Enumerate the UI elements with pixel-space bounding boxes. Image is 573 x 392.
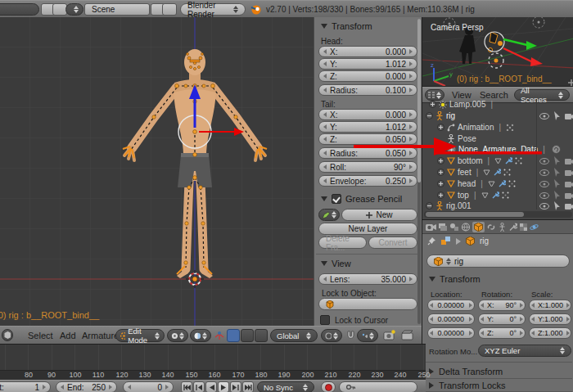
keying-set-field[interactable] xyxy=(339,381,417,392)
shading-select[interactable] xyxy=(190,329,211,342)
tab-render-icon[interactable] xyxy=(426,223,436,232)
frame-end-field[interactable]: End: 250 xyxy=(56,381,117,392)
frame-start-field[interactable]: Start: 1 xyxy=(0,381,51,392)
expand-plus-icon[interactable] xyxy=(437,169,444,176)
current-frame-field[interactable]: 0 xyxy=(123,381,174,392)
play-button[interactable] xyxy=(218,381,229,392)
editor-type-button[interactable] xyxy=(2,329,13,341)
tab-physics-icon[interactable] xyxy=(530,223,539,232)
jump-to-start-button[interactable] xyxy=(181,381,192,392)
tail-radius-field[interactable]: Radius:0.050 xyxy=(318,147,417,159)
grease-new-button[interactable]: New xyxy=(341,209,417,221)
tab-armature-data-icon[interactable] xyxy=(498,223,507,232)
delete-frame-button[interactable]: Delete Fra... xyxy=(318,237,367,249)
delete-scene-button[interactable] xyxy=(162,3,177,16)
rotation-x-field[interactable]: X:90° xyxy=(478,300,526,311)
location-z-field[interactable]: 0.00000 xyxy=(427,327,475,339)
orientation-select[interactable]: Global xyxy=(270,329,318,342)
delta-transform-panel-header[interactable]: Delta Transform xyxy=(429,367,503,376)
rotation-z-field[interactable]: Z:0° xyxy=(478,327,526,339)
object-transform-panel-header[interactable]: Transform xyxy=(429,274,481,284)
expand-plus-icon[interactable] xyxy=(429,101,436,108)
head-radius-field[interactable]: Radius:0.100 xyxy=(318,84,417,96)
transform-locks-panel-header[interactable]: Transform Locks xyxy=(429,381,506,390)
expand-plus-icon[interactable] xyxy=(437,146,444,153)
collapse-minus-icon[interactable] xyxy=(426,112,433,119)
render-opengl-icon[interactable] xyxy=(383,330,396,340)
selectable-cursor-icon[interactable] xyxy=(553,111,561,120)
next-keyframe-button[interactable] xyxy=(230,381,241,392)
hide-eye-icon[interactable] xyxy=(539,113,549,119)
prev-keyframe-button[interactable] xyxy=(193,381,205,392)
tab-scene-icon[interactable] xyxy=(449,223,459,232)
render-restrict-camera-icon[interactable] xyxy=(565,202,573,210)
selectable-cursor-icon[interactable] xyxy=(553,191,561,200)
scale-z-field[interactable]: Z:1.000 xyxy=(529,327,571,339)
proportional-edit-select[interactable] xyxy=(321,329,342,342)
tail-y-field[interactable]: Y:1.012 xyxy=(318,121,417,133)
scene-browse-button[interactable] xyxy=(65,3,83,16)
tab-texture-icon[interactable] xyxy=(519,223,528,232)
sync-mode-select[interactable]: No Sync xyxy=(257,381,314,392)
lens-field[interactable]: Lens:35.000 xyxy=(318,273,417,285)
expand-plus-icon[interactable] xyxy=(437,157,444,164)
translate-manipulator-toggle[interactable] xyxy=(227,329,240,342)
hide-eye-icon[interactable] xyxy=(539,203,549,210)
scale-manipulator-toggle[interactable] xyxy=(255,329,268,342)
tab-constraints-icon[interactable] xyxy=(486,223,496,232)
selectable-cursor-icon[interactable] xyxy=(553,201,561,210)
scale-y-field[interactable]: Y:1.000 xyxy=(529,313,571,325)
scale-x-field[interactable]: X:1.000 xyxy=(529,300,571,311)
collapse-minus-icon[interactable] xyxy=(426,202,433,210)
timeline-tracks[interactable] xyxy=(0,345,426,370)
scene-breadcrumb-icon[interactable] xyxy=(441,237,451,246)
lock-to-object-field[interactable] xyxy=(318,298,417,310)
tail-x-field[interactable]: X:0.000 xyxy=(318,109,417,120)
convert-button[interactable]: Convert xyxy=(368,237,417,249)
outliner-scrollbar[interactable] xyxy=(424,211,572,218)
rotate-manipulator-toggle[interactable] xyxy=(241,329,254,342)
scene-name-field[interactable]: Scene xyxy=(84,3,150,16)
head-x-field[interactable]: X:0.000 xyxy=(318,46,417,57)
render-restrict-camera-icon[interactable] xyxy=(565,191,573,199)
selectable-cursor-icon[interactable] xyxy=(553,168,561,177)
pivot-select[interactable] xyxy=(167,329,188,342)
record-button[interactable] xyxy=(321,381,336,392)
object-name-field[interactable]: rig xyxy=(426,255,570,268)
hide-eye-icon[interactable] xyxy=(539,169,549,176)
camera-viewport[interactable]: z y x Camera Persp (0) rig : b__ROOT_bin… xyxy=(422,17,573,87)
tab-render-layers-icon[interactable] xyxy=(438,223,448,232)
n-panel-scrollbar[interactable] xyxy=(417,19,421,324)
menu-select[interactable]: Select xyxy=(28,331,53,340)
render-engine-select[interactable]: Blender Render xyxy=(180,3,246,16)
view-panel-header[interactable]: View xyxy=(321,259,351,268)
outliner-row-pose[interactable]: Pose xyxy=(422,133,573,144)
hide-eye-icon[interactable] xyxy=(539,192,549,199)
location-y-field[interactable]: 0.00000 xyxy=(427,313,475,325)
render-animation-icon[interactable] xyxy=(401,330,415,340)
outliner-row-armature-data[interactable]: None_Armature_Data | xyxy=(422,144,573,155)
expand-plus-icon[interactable] xyxy=(437,180,444,187)
roll-field[interactable]: Roll:90° xyxy=(318,161,417,173)
screen-layout-field[interactable] xyxy=(0,3,39,16)
tab-world-icon[interactable] xyxy=(461,223,471,232)
jump-to-end-button[interactable] xyxy=(242,381,254,392)
envelope-field[interactable]: Envelope:0.250 xyxy=(318,175,417,187)
menu-add[interactable]: Add xyxy=(60,331,76,340)
render-restrict-camera-icon[interactable] xyxy=(565,169,573,176)
snap-target-select[interactable] xyxy=(357,329,378,342)
rotation-y-field[interactable]: Y:0° xyxy=(478,313,526,325)
breadcrumb-object-name[interactable]: rig xyxy=(480,237,489,246)
menu-armature[interactable]: Armature xyxy=(82,331,119,340)
head-y-field[interactable]: Y:1.012 xyxy=(318,58,417,70)
pin-icon[interactable] xyxy=(427,237,436,246)
grease-pencil-checkbox[interactable] xyxy=(332,194,341,204)
tab-object-active[interactable] xyxy=(472,222,485,232)
expand-plus-icon[interactable] xyxy=(437,191,444,199)
hide-eye-icon[interactable] xyxy=(539,158,549,164)
mode-select[interactable]: Edit Mode xyxy=(115,329,165,342)
outliner-row-animation[interactable]: Animation | xyxy=(422,122,573,133)
location-x-field[interactable]: 0.00000 xyxy=(427,300,475,311)
play-reverse-button[interactable] xyxy=(205,381,217,392)
grease-draw-mode-select[interactable] xyxy=(318,209,340,221)
